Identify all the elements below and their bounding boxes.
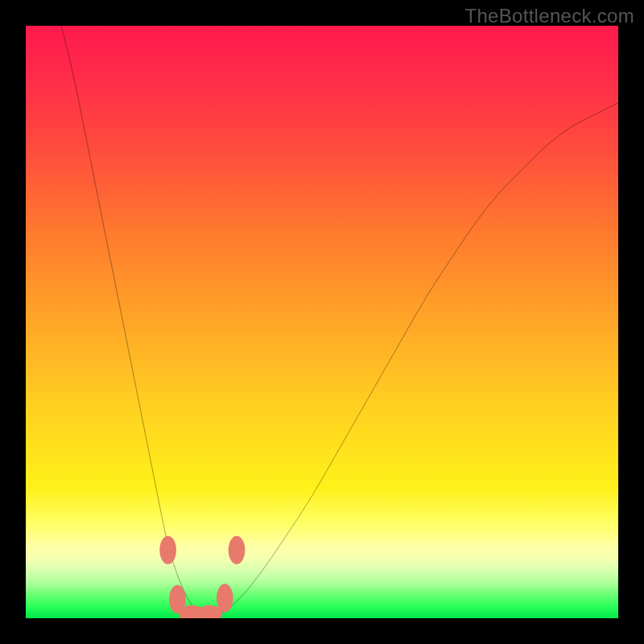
bottleneck-curve: [61, 26, 618, 618]
curve-markers: [159, 536, 245, 618]
bead-marker: [229, 536, 246, 564]
bead-marker: [159, 536, 176, 564]
chart-frame: TheBottleneck.com: [0, 0, 644, 644]
plot-area: [26, 26, 618, 618]
watermark-label: TheBottleneck.com: [464, 5, 634, 27]
curve-overlay: [26, 26, 618, 618]
bead-marker: [217, 584, 233, 612]
